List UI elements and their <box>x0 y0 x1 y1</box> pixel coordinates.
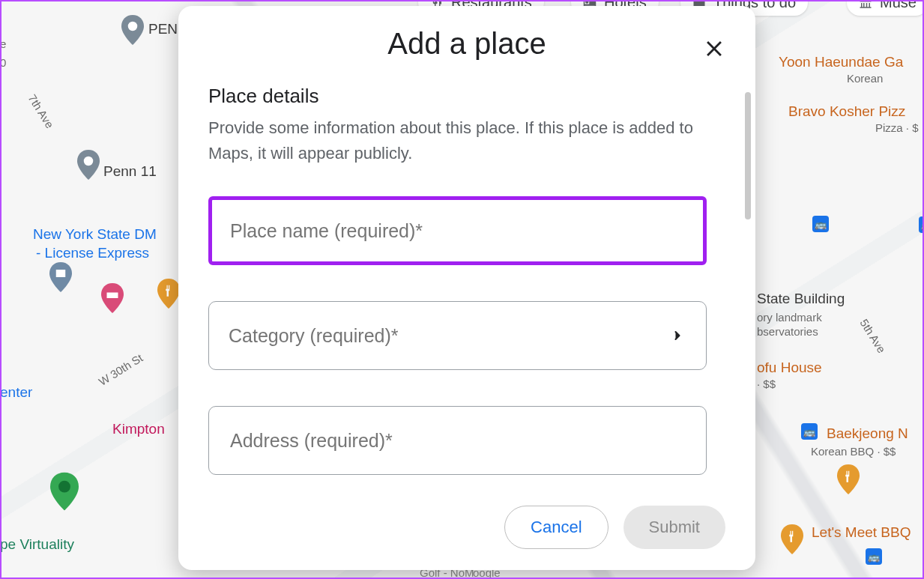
map-poi-label: Pizza · $ <box>875 121 919 134</box>
map-poi-label: State Building <box>757 291 845 307</box>
map-poi-label: enter <box>0 384 32 401</box>
map-poi-label: pe Virtuality <box>0 536 74 553</box>
map-poi-label: Bravo Kosher Pizz <box>788 103 905 120</box>
svg-point-1 <box>84 157 94 166</box>
map-pin-hotel[interactable] <box>101 283 124 313</box>
map-poi-label: - License Express <box>36 245 149 261</box>
chip-museums[interactable]: Muse <box>847 0 924 16</box>
close-icon <box>701 36 727 61</box>
map-poi-label: 0 <box>0 56 6 69</box>
map-poi-label: Korean <box>847 72 883 85</box>
cancel-button[interactable]: Cancel <box>504 506 608 549</box>
place-name-field[interactable] <box>208 196 707 265</box>
map-poi-label: bservatories <box>757 325 818 338</box>
svg-point-3 <box>58 481 70 493</box>
transit-icon[interactable]: 🚌 <box>812 216 829 232</box>
modal-body[interactable]: Place details Provide some information a… <box>178 68 755 488</box>
map-pin-food[interactable] <box>837 464 860 494</box>
map-poi-label: Let's Meet BBQ <box>812 524 911 541</box>
submit-label: Submit <box>649 518 700 537</box>
map-pin[interactable] <box>121 15 144 45</box>
map-pin-food[interactable] <box>157 279 180 309</box>
section-title: Place details <box>208 85 725 108</box>
close-button[interactable] <box>701 36 727 61</box>
svg-point-0 <box>128 22 138 31</box>
map-poi-label: Penn 11 <box>103 163 157 180</box>
museum-icon <box>859 0 872 10</box>
place-name-input[interactable] <box>229 219 686 243</box>
transit-icon[interactable]: 🚌 <box>866 548 882 565</box>
transit-icon[interactable]: 🚌 <box>919 216 924 233</box>
map-pin-civic[interactable] <box>49 262 72 292</box>
map-poi-label: ofu House <box>757 360 822 376</box>
chevron-right-icon <box>670 328 685 343</box>
map-pin[interactable] <box>77 150 100 180</box>
address-field[interactable] <box>208 406 707 475</box>
map-poi-label: PEN <box>148 21 178 37</box>
map-poi-label: e <box>0 37 6 50</box>
map-poi-label: · $$ <box>757 378 776 390</box>
chip-label: Muse <box>880 0 917 11</box>
modal-footer: Cancel Submit <box>178 488 755 570</box>
map-poi-label: Baekjeong N <box>827 425 908 442</box>
map-poi-label: Yoon Haeundae Ga <box>779 54 903 70</box>
map-pin-selected[interactable] <box>50 472 79 511</box>
address-input[interactable] <box>229 429 686 452</box>
svg-rect-2 <box>56 270 66 277</box>
category-placeholder: Category (required)* <box>229 325 399 347</box>
transit-icon[interactable]: 🚌 <box>801 423 818 440</box>
map-poi-label: New York State DM <box>33 226 157 243</box>
modal-header: Add a place <box>178 6 755 68</box>
section-description: Provide some information about this plac… <box>208 115 725 166</box>
map-pin-food[interactable] <box>781 524 803 554</box>
map-poi-label: ory landmark <box>757 311 822 324</box>
cancel-label: Cancel <box>531 518 582 537</box>
modal-title: Add a place <box>208 27 725 61</box>
add-place-modal: Add a place Place details Provide some i… <box>178 6 755 570</box>
map-poi-label: Korean BBQ · $$ <box>811 445 896 458</box>
map-poi-label: Kimpton <box>112 421 165 437</box>
category-field[interactable]: Category (required)* <box>208 301 707 370</box>
submit-button[interactable]: Submit <box>623 506 725 549</box>
